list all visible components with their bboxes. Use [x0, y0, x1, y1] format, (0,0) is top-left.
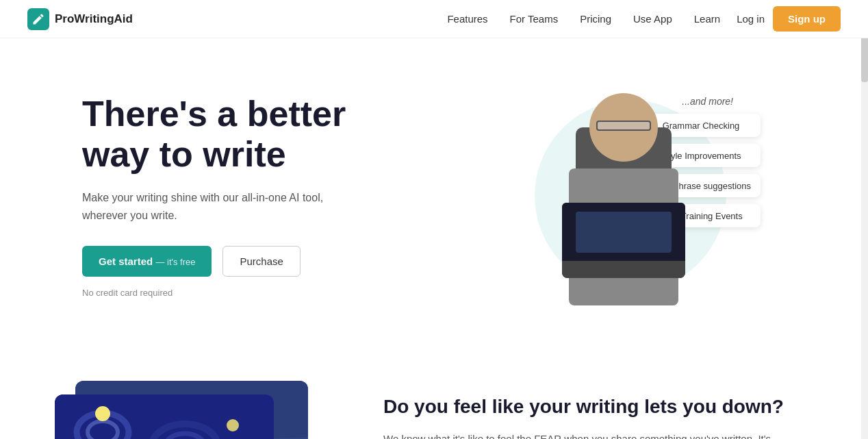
svg-point-17 — [95, 406, 110, 421]
section-2-left: My idea in my head — [55, 381, 329, 439]
svg-point-18 — [227, 419, 239, 431]
navbar: ProWritingAid Features For Teams Pricing… — [0, 0, 868, 38]
nav-use-app[interactable]: Use App — [633, 13, 672, 25]
section-2-body: We know what it's like to feel the FEAR … — [383, 430, 813, 439]
nav-features[interactable]: Features — [447, 13, 487, 25]
hero-right: ...and more! ✏️ Grammar Checking ⚡ Style… — [448, 79, 813, 312]
hero-left: There's a better way to write Make your … — [82, 94, 448, 299]
section-2-right: Do you feel like your writing lets you d… — [383, 381, 813, 439]
signup-button[interactable]: Sign up — [773, 6, 841, 32]
hero-subtitle: Make your writing shine with our all-in-… — [82, 189, 356, 224]
hero-section: There's a better way to write Make your … — [0, 38, 868, 340]
logo-link[interactable]: ProWritingAid — [27, 8, 133, 30]
art-stack: My idea in my head — [55, 381, 301, 439]
hero-illustration: ...and more! ✏️ Grammar Checking ⚡ Style… — [514, 86, 747, 305]
purchase-button[interactable]: Purchase — [222, 246, 300, 277]
nav-pricing[interactable]: Pricing — [580, 13, 611, 25]
nav-for-teams[interactable]: For Teams — [510, 13, 559, 25]
section-2-title: Do you feel like your writing lets you d… — [383, 394, 813, 419]
login-button[interactable]: Log in — [737, 13, 765, 25]
logo-text: ProWritingAid — [55, 12, 133, 26]
logo-icon — [27, 8, 49, 30]
no-credit-card-text: No credit card required — [82, 288, 448, 298]
hero-buttons: Get started — it's free Purchase — [82, 246, 448, 277]
nav-links: Features For Teams Pricing Use App Learn — [447, 13, 720, 25]
get-started-button[interactable]: Get started — it's free — [82, 246, 212, 277]
art-card-front: My idea in my head — [55, 394, 274, 439]
more-tag: ...and more! — [682, 96, 733, 107]
section-2: My idea in my head Do you feel like your… — [0, 340, 868, 439]
scrollbar[interactable] — [861, 0, 868, 439]
nav-learn[interactable]: Learn — [694, 13, 720, 25]
hero-title: There's a better way to write — [82, 94, 448, 176]
